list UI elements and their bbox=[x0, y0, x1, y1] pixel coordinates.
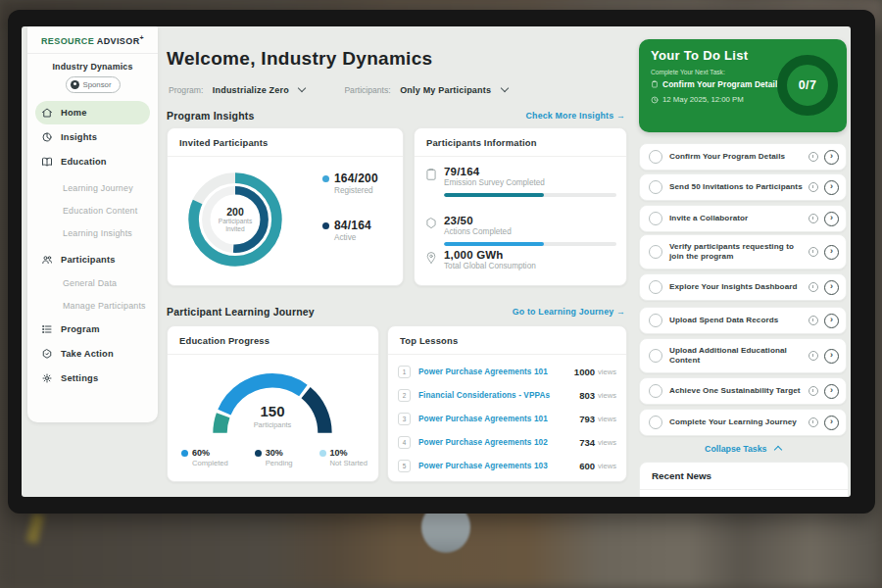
clock-icon bbox=[808, 417, 818, 427]
chevron-right-button[interactable]: › bbox=[824, 314, 839, 328]
go-to-learning-journey-label: Go to Learning Journey bbox=[513, 307, 614, 317]
sponsor-badge[interactable]: Sponsor bbox=[65, 76, 120, 93]
chevron-right-icon: › bbox=[830, 282, 833, 291]
logo-plus: + bbox=[140, 34, 145, 41]
lesson-link[interactable]: Power Purchase Agreements 101 bbox=[418, 415, 579, 423]
checkbox-icon[interactable] bbox=[649, 180, 662, 194]
page-title: Welcome, Industry Dynamics bbox=[167, 48, 432, 70]
sidebar-item-participants[interactable]: Participants bbox=[27, 247, 158, 271]
lesson-link[interactable]: Financial Considerations - VPPAs bbox=[418, 391, 579, 400]
go-to-learning-journey-link[interactable]: Go to Learning Journey → bbox=[472, 307, 625, 317]
sidebar-item-manage-participants[interactable]: Manage Participants bbox=[27, 294, 158, 317]
sidebar: RESOURCE ADVISOR+ Industry Dynamics Spon… bbox=[27, 26, 158, 422]
learning-journey-heading: Participant Learning Journey bbox=[167, 306, 315, 318]
lesson-link[interactable]: Power Purchase Agreements 103 bbox=[418, 462, 579, 470]
survey-icon bbox=[424, 168, 438, 181]
sidebar-item-take-action[interactable]: Take Action bbox=[27, 341, 158, 366]
check-more-insights-link[interactable]: Check More Insights → bbox=[492, 111, 625, 121]
clock-icon bbox=[808, 152, 818, 162]
lesson-row: 3 Power Purchase Agreements 101 793 view… bbox=[398, 409, 616, 428]
checkbox-icon[interactable] bbox=[649, 150, 662, 164]
sidebar-item-home[interactable]: Home bbox=[35, 101, 150, 124]
chevron-right-button[interactable]: › bbox=[824, 384, 839, 399]
actions-completed-row: 23/50 Actions Completed bbox=[424, 215, 616, 246]
chevron-right-button[interactable]: › bbox=[824, 280, 839, 295]
clock-icon bbox=[808, 282, 818, 292]
chevron-right-button[interactable]: › bbox=[824, 212, 839, 226]
chevron-right-button[interactable]: › bbox=[824, 150, 839, 165]
todo-item-upload-spend-data[interactable]: Upload Spend Data Records › bbox=[639, 307, 847, 334]
take-action-icon bbox=[41, 348, 53, 360]
participants-information-card: Participants Information 79/164 Emission… bbox=[414, 127, 627, 286]
lesson-link[interactable]: Power Purchase Agreements 102 bbox=[418, 438, 579, 447]
invited-count-label-2: Invited bbox=[225, 225, 244, 233]
checkbox-icon[interactable] bbox=[649, 212, 662, 225]
todo-item-complete-learning-journey[interactable]: Complete Your Learning Journey › bbox=[639, 409, 847, 436]
chevron-right-icon: › bbox=[830, 182, 833, 191]
sidebar-item-learning-insights[interactable]: Learning Insights bbox=[27, 221, 158, 244]
lesson-views-suffix: views bbox=[598, 438, 616, 447]
chevron-right-icon: › bbox=[830, 386, 833, 395]
participants-filter-value: Only My Participants bbox=[400, 85, 491, 95]
donut-center-label: 200 Participants Invited bbox=[183, 168, 287, 271]
actions-completed-progress-fill bbox=[444, 242, 544, 246]
scene: RESOURCE ADVISOR+ Industry Dynamics Spon… bbox=[0, 0, 882, 588]
lesson-rank-badge: 2 bbox=[398, 389, 411, 402]
sidebar-item-general-data[interactable]: General Data bbox=[27, 271, 158, 294]
collapse-tasks-link[interactable]: Collapse Tasks bbox=[639, 444, 847, 454]
todo-item-invite-collaborator[interactable]: Invite a Collaborator › bbox=[639, 205, 847, 232]
clock-icon bbox=[808, 351, 818, 361]
todo-item-label: Verify participants requesting to join t… bbox=[669, 242, 808, 262]
sidebar-item-label: Take Action bbox=[61, 349, 114, 359]
checkbox-icon[interactable] bbox=[649, 416, 662, 429]
registered-dot-icon bbox=[322, 175, 329, 182]
todo-item-label: Send 50 Invitations to Participants bbox=[669, 182, 808, 192]
chevron-right-button[interactable]: › bbox=[824, 416, 839, 430]
sidebar-item-program[interactable]: Program bbox=[27, 317, 158, 341]
card-divider bbox=[168, 354, 378, 355]
sidebar-nav: Home Insights Education Learning Journey bbox=[27, 101, 158, 390]
checkbox-icon[interactable] bbox=[649, 245, 662, 259]
sidebar-item-education[interactable]: Education bbox=[27, 149, 158, 173]
todo-item-achieve-sustainability-target[interactable]: Achieve One Sustainability Target › bbox=[639, 377, 847, 405]
account-name: Industry Dynamics bbox=[27, 62, 158, 72]
sidebar-item-education-content[interactable]: Education Content bbox=[27, 199, 158, 221]
lesson-row: 5 Power Purchase Agreements 103 600 view… bbox=[398, 456, 616, 475]
todo-item-label: Invite a Collaborator bbox=[669, 214, 808, 223]
lesson-row: 4 Power Purchase Agreements 102 734 view… bbox=[398, 432, 616, 452]
chevron-right-button[interactable]: › bbox=[824, 245, 839, 260]
checkbox-icon[interactable] bbox=[649, 314, 662, 327]
invited-count-label-1: Participants bbox=[219, 218, 252, 225]
checkbox-icon[interactable] bbox=[649, 280, 662, 294]
lesson-link[interactable]: Power Purchase Agreements 101 bbox=[418, 368, 574, 376]
active-label: Active bbox=[334, 233, 371, 242]
active-value: 84/164 bbox=[334, 219, 371, 232]
sidebar-item-learning-journey[interactable]: Learning Journey bbox=[27, 176, 158, 199]
lesson-row: 1 Power Purchase Agreements 101 1000 vie… bbox=[398, 362, 616, 381]
emission-survey-label: Emission Survey Completed bbox=[444, 178, 616, 187]
sidebar-item-settings[interactable]: Settings bbox=[27, 366, 158, 390]
chevron-right-button[interactable]: › bbox=[824, 349, 839, 364]
program-filter-value: Industrialize Zero bbox=[213, 85, 289, 95]
invited-count: 200 bbox=[226, 206, 244, 218]
clock-icon bbox=[808, 182, 818, 192]
checkbox-icon[interactable] bbox=[649, 384, 662, 398]
todo-item-confirm-program-details[interactable]: Confirm Your Program Details › bbox=[639, 143, 847, 171]
checkbox-icon[interactable] bbox=[649, 349, 662, 363]
clock-icon bbox=[808, 247, 818, 257]
education-icon bbox=[41, 156, 53, 168]
lesson-rank-badge: 4 bbox=[398, 436, 411, 449]
todo-item-verify-participants[interactable]: Verify participants requesting to join t… bbox=[639, 234, 847, 270]
sidebar-item-insights[interactable]: Insights bbox=[27, 124, 158, 149]
program-filter[interactable]: Program: Industrialize Zero bbox=[169, 79, 305, 97]
todo-item-upload-educational-content[interactable]: Upload Additional Educational Content › bbox=[639, 338, 847, 373]
todo-item-explore-insights[interactable]: Explore Your Insights Dashboard › bbox=[639, 273, 847, 301]
completed-pct: 60% bbox=[192, 448, 210, 458]
card-divider bbox=[415, 156, 626, 157]
todo-item-send-invitations[interactable]: Send 50 Invitations to Participants › bbox=[639, 173, 847, 201]
sidebar-item-label: Program bbox=[61, 324, 100, 334]
participants-filter[interactable]: Participants: Only My Participants bbox=[344, 79, 507, 97]
sidebar-item-label: Education Content bbox=[63, 206, 137, 216]
lesson-views-suffix: views bbox=[598, 391, 616, 400]
chevron-right-button[interactable]: › bbox=[824, 180, 839, 195]
